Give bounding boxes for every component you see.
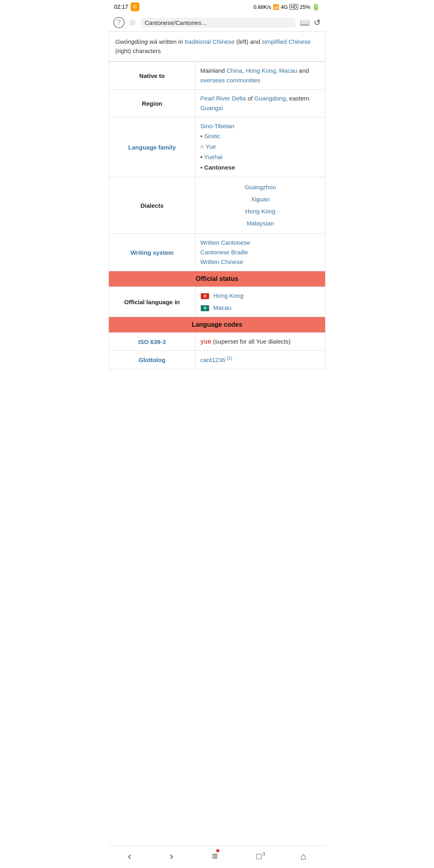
- link-malaysian[interactable]: Malaysian: [201, 217, 320, 229]
- row-native-to: Native to Mainland China, Hong Kong, Mac…: [109, 62, 326, 90]
- hd-badge: HD: [289, 4, 298, 10]
- glottolog-code: cant1236: [201, 356, 225, 363]
- label-language-family: Language family: [109, 117, 196, 177]
- network-speed: 0.88K/s: [254, 4, 271, 10]
- dialects-list: Guangzhou Xiguan Hong Kong Malaysian: [201, 181, 320, 229]
- family-item-yue: Yue: [201, 141, 320, 152]
- label-dialects: Dialects: [109, 177, 196, 234]
- info-table: Native to Mainland China, Hong Kong, Mac…: [108, 61, 326, 369]
- link-glottolog-code[interactable]: cant1236: [201, 356, 227, 363]
- shield-icon[interactable]: ?: [113, 17, 125, 28]
- language-codes-header: Language codes: [109, 317, 326, 333]
- iso-description: (superset for all Yue dialects): [213, 338, 291, 345]
- link-yue[interactable]: Yue: [206, 143, 216, 150]
- intro-link-simplified[interactable]: simplified Chinese: [262, 38, 311, 45]
- link-china[interactable]: China: [227, 67, 242, 74]
- label-official-language-in: Official language in: [109, 287, 196, 317]
- browser-bar: ? ☆ Cantonese/Cantones… 📖 ↺: [108, 14, 326, 32]
- link-hong-kong-native[interactable]: Hong Kong: [246, 67, 276, 74]
- status-left: 02:17 C: [114, 2, 139, 11]
- row-glottolog: Glottolog cant1236 [1]: [109, 351, 326, 369]
- signal-icon: 4G: [281, 4, 288, 10]
- reader-mode-icon[interactable]: 📖: [300, 18, 310, 27]
- iso-code: yue: [201, 338, 211, 345]
- link-pearl-river[interactable]: Pearl River Delta: [201, 95, 246, 102]
- intro-italic: Gwóngdūng wá: [115, 38, 157, 45]
- intro-text1: written in: [159, 38, 184, 45]
- status-bar: 02:17 C 0.88K/s 📶 4G HD 25% 🔋: [108, 0, 326, 14]
- flag-macau: [201, 305, 209, 311]
- value-region: Pearl River Delta of Guangdong, eastern …: [195, 90, 325, 117]
- label-iso: ISO 639-3: [109, 333, 196, 351]
- intro-text2: (left) and: [236, 38, 262, 45]
- intro-text3: (right) characters: [115, 47, 161, 54]
- value-language-family: Sino-Tibetan Sinitic Yue Yuehai Cantones…: [195, 117, 325, 177]
- row-official-status-header: Official status: [109, 271, 326, 287]
- link-macau-official[interactable]: Macau: [213, 304, 231, 311]
- value-dialects: Guangzhou Xiguan Hong Kong Malaysian: [195, 177, 325, 234]
- value-writing-system: Written Cantonese Cantonese Braille Writ…: [195, 234, 325, 271]
- link-hong-kong-official[interactable]: Hong Kong: [213, 292, 244, 299]
- link-sino-tibetan[interactable]: Sino-Tibetan: [201, 123, 235, 129]
- row-writing-system: Writing system Written Cantonese Cantone…: [109, 234, 326, 271]
- status-right: 0.88K/s 📶 4G HD 25% 🔋: [254, 3, 320, 11]
- link-sinitic[interactable]: Sinitic: [204, 133, 220, 139]
- language-family-list: Sinitic Yue Yuehai Cantonese: [201, 131, 320, 173]
- value-iso: yue (superset for all Yue dialects): [195, 333, 325, 351]
- row-language-family: Language family Sino-Tibetan Sinitic Yue…: [109, 117, 326, 177]
- label-region: Region: [109, 90, 196, 117]
- link-overseas[interactable]: overseas communities: [201, 77, 260, 84]
- status-time: 02:17: [114, 4, 128, 10]
- refresh-icon[interactable]: ↺: [314, 18, 321, 27]
- family-item-cantonese: Cantonese: [201, 162, 320, 173]
- link-cantonese-braille[interactable]: Cantonese Braille: [201, 249, 248, 256]
- family-item-sinitic: Sinitic: [201, 131, 320, 141]
- flag-hk: [201, 293, 209, 299]
- row-language-codes-header: Language codes: [109, 317, 326, 333]
- row-iso: ISO 639-3 yue (superset for all Yue dial…: [109, 333, 326, 351]
- main-content: Gwóngdūng wá written in traditional Chin…: [108, 32, 326, 369]
- row-dialects: Dialects Guangzhou Xiguan Hong Kong Mala…: [109, 177, 326, 234]
- link-guangdong[interactable]: Guangdong: [254, 95, 286, 102]
- app-icon: C: [131, 2, 139, 11]
- link-written-chinese[interactable]: Written Chinese: [201, 258, 243, 265]
- label-writing-system: Writing system: [109, 234, 196, 271]
- link-xiguan[interactable]: Xiguan: [201, 193, 320, 205]
- label-glottolog: Glottolog: [109, 351, 196, 369]
- row-official-language-in: Official language in Hong Kong Macau: [109, 287, 326, 317]
- row-region: Region Pearl River Delta of Guangdong, e…: [109, 90, 326, 117]
- value-glottolog: cant1236 [1]: [195, 351, 325, 369]
- url-bar[interactable]: Cantonese/Cantones…: [141, 18, 296, 28]
- link-written-cantonese[interactable]: Written Cantonese: [201, 239, 250, 246]
- value-native-to: Mainland China, Hong Kong, Macau and ove…: [195, 62, 325, 90]
- battery-percent: 25%: [300, 4, 310, 10]
- official-lang-macau: Macau: [201, 303, 320, 313]
- link-guangxi[interactable]: Guangxi: [201, 104, 223, 111]
- intro-link-traditional[interactable]: traditional Chinese: [185, 38, 235, 45]
- glottolog-ref[interactable]: [1]: [227, 356, 232, 360]
- label-native-to: Native to: [109, 62, 196, 90]
- battery-icon: 🔋: [312, 3, 320, 11]
- official-status-header: Official status: [109, 271, 326, 287]
- link-guangzhou[interactable]: Guangzhou: [201, 181, 320, 193]
- official-lang-hk: Hong Kong: [201, 291, 320, 301]
- family-item-yuehai: Yuehai: [201, 152, 320, 162]
- link-yuehai[interactable]: Yuehai: [204, 154, 223, 160]
- wifi-icon: 📶: [273, 4, 279, 10]
- bookmark-icon[interactable]: ☆: [129, 17, 137, 28]
- intro-box: Gwóngdūng wá written in traditional Chin…: [108, 32, 326, 61]
- link-hong-kong-dialect[interactable]: Hong Kong: [201, 205, 320, 217]
- value-official-language-in: Hong Kong Macau: [195, 287, 325, 317]
- link-macau-native[interactable]: Macau: [279, 67, 297, 74]
